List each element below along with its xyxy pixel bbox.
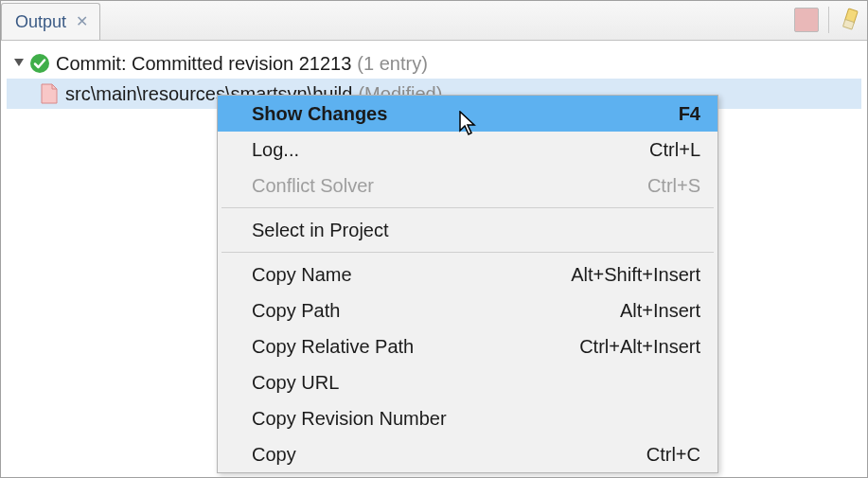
menu-item-log[interactable]: Log... Ctrl+L: [218, 132, 717, 168]
svg-point-2: [30, 54, 49, 73]
eraser-icon[interactable]: [839, 7, 861, 33]
menu-label: Select in Project: [252, 220, 389, 241]
menu-label: Copy Path: [252, 300, 340, 322]
menu-label: Copy URL: [252, 372, 339, 394]
menu-shortcut: Ctrl+L: [649, 139, 700, 161]
tab-bar: Output ✕: [1, 1, 867, 41]
menu-label: Conflict Solver: [252, 175, 374, 197]
close-icon[interactable]: ✕: [76, 14, 88, 29]
menu-shortcut: Alt+Insert: [620, 300, 700, 322]
menu-item-copy-path[interactable]: Copy Path Alt+Insert: [218, 292, 717, 328]
menu-label: Copy Relative Path: [252, 336, 414, 358]
menu-item-copy-url[interactable]: Copy URL: [218, 364, 717, 400]
menu-item-copy[interactable]: Copy Ctrl+C: [218, 436, 717, 472]
menu-item-select-in-project[interactable]: Select in Project: [218, 212, 717, 248]
menu-shortcut: Ctrl+S: [647, 175, 700, 197]
tab-bar-actions: [794, 7, 861, 33]
menu-item-copy-relative-path[interactable]: Copy Relative Path Ctrl+Alt+Insert: [218, 328, 717, 364]
commit-row[interactable]: Commit: Committed revision 21213 (1 entr…: [7, 48, 861, 79]
menu-label: Copy Revision Number: [252, 408, 447, 430]
menu-shortcut: F4: [679, 103, 700, 125]
menu-shortcut: Ctrl+C: [647, 444, 700, 466]
stop-icon[interactable]: [794, 8, 819, 32]
menu-shortcut: Ctrl+Alt+Insert: [579, 336, 700, 358]
menu-separator: [221, 252, 714, 253]
tab-output[interactable]: Output ✕: [1, 3, 100, 40]
context-menu: Show Changes F4 Log... Ctrl+L Conflict S…: [217, 95, 718, 473]
menu-shortcut: Alt+Shift+Insert: [571, 264, 700, 286]
menu-label: Copy: [252, 444, 296, 466]
menu-separator: [221, 207, 714, 208]
menu-label: Copy Name: [252, 264, 352, 286]
menu-item-show-changes[interactable]: Show Changes F4: [218, 96, 717, 132]
file-icon: [41, 83, 58, 104]
divider: [828, 7, 829, 33]
menu-label: Show Changes: [252, 103, 387, 125]
menu-item-copy-revision-number[interactable]: Copy Revision Number: [218, 400, 717, 436]
commit-label: Commit: Committed revision 21213: [56, 53, 351, 75]
menu-item-conflict-solver: Conflict Solver Ctrl+S: [218, 168, 717, 204]
tab-label: Output: [15, 12, 66, 32]
commit-entry-count: (1 entry): [357, 53, 427, 75]
success-icon: [29, 53, 50, 74]
expander-icon[interactable]: [12, 59, 26, 68]
menu-label: Log...: [252, 139, 299, 161]
menu-item-copy-name[interactable]: Copy Name Alt+Shift+Insert: [218, 257, 717, 292]
